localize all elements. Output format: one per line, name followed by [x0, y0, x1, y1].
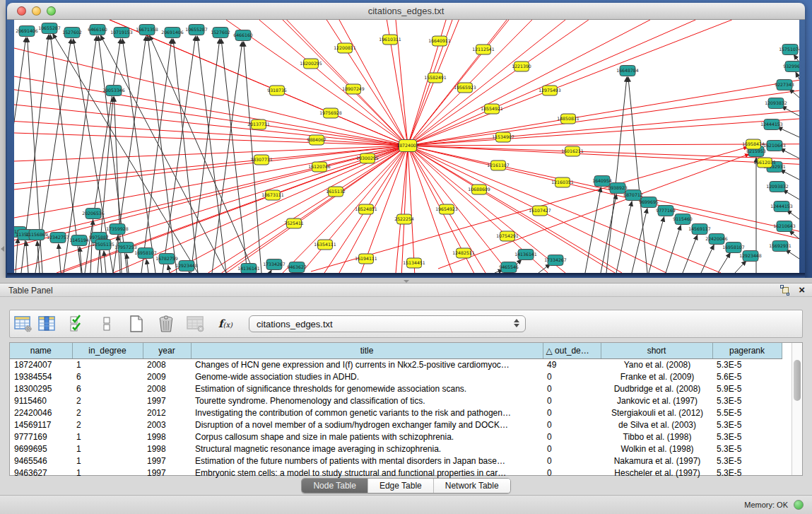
- table-row[interactable]: 911546021997Tourette syndrome. Phenomeno…: [10, 395, 782, 407]
- float-panel-icon[interactable]: [780, 285, 790, 295]
- collapse-arrow-icon[interactable]: [1, 246, 4, 252]
- network-node-teal[interactable]: 12342757: [47, 233, 69, 243]
- network-node-yellow[interactable]: 18200295: [300, 59, 322, 69]
- network-node-teal[interactable]: 15692931: [769, 241, 792, 252]
- delete-column-button[interactable]: [155, 313, 177, 334]
- network-node-hub[interactable]: 18724007: [396, 140, 419, 152]
- network-node-yellow[interactable]: 12975493: [539, 86, 561, 95]
- network-node-yellow[interactable]: 9884067: [307, 135, 326, 145]
- network-node-teal[interactable]: 9227343: [775, 80, 794, 90]
- network-node-yellow[interactable]: 10754291: [496, 231, 519, 241]
- network-node-teal[interactable]: 6466160: [88, 25, 107, 35]
- network-node-yellow[interactable]: 16640911: [428, 36, 451, 46]
- network-node-teal[interactable]: 9777169: [656, 206, 676, 216]
- close-panel-icon[interactable]: ×: [799, 285, 805, 295]
- network-node-teal[interactable]: 20691406: [16, 26, 38, 37]
- column-header-out_de[interactable]: △ out_de…: [543, 343, 601, 358]
- table-scrollbar[interactable]: [792, 343, 802, 475]
- show-columns-button[interactable]: [37, 313, 58, 334]
- network-node-teal[interactable]: 16782759: [155, 254, 178, 264]
- network-node-teal[interactable]: 14569117: [688, 224, 711, 235]
- network-node-teal[interactable]: 6466160: [233, 30, 253, 41]
- network-node-teal[interactable]: 16671358: [136, 25, 158, 35]
- column-header-pagerank[interactable]: pagerank: [712, 343, 782, 358]
- table-row[interactable]: 1456911722003Disruption of a novel membe…: [10, 419, 782, 431]
- network-node-yellow[interactable]: 16016211: [561, 146, 584, 156]
- table-row[interactable]: 969969511998Structural magnetic resonanc…: [10, 443, 782, 455]
- node-table[interactable]: namein_degreeyeartitle△ out_de…shortpage…: [9, 342, 803, 476]
- network-node-teal[interactable]: 11156869: [25, 230, 48, 240]
- network-node-teal[interactable]: 16958107: [134, 248, 157, 259]
- network-window-titlebar[interactable]: citations_edges.txt: [7, 3, 805, 20]
- table-row[interactable]: 977716911998Corpus callosum shape and si…: [10, 431, 782, 443]
- column-header-year[interactable]: year: [143, 343, 191, 358]
- network-node-teal[interactable]: 12444153: [770, 201, 793, 212]
- create-column-button[interactable]: [126, 313, 147, 334]
- network-node-yellow[interactable]: 20137731: [247, 119, 270, 129]
- network-node-teal[interactable]: 9699695: [639, 197, 659, 208]
- network-node-yellow[interactable]: 9318735: [267, 86, 287, 95]
- network-node-teal[interactable]: 16958107: [722, 243, 745, 253]
- network-node-yellow[interactable]: 7525411: [284, 218, 304, 228]
- network-node-teal[interactable]: 10655287: [38, 23, 61, 34]
- network-node-teal[interactable]: 20691406: [161, 28, 184, 38]
- network-node-teal[interactable]: 12923448: [739, 251, 762, 262]
- select-rows-button[interactable]: [66, 313, 88, 334]
- network-node-yellow[interactable]: 15134451: [403, 258, 425, 268]
- network-node-teal[interactable]: 14136141: [514, 250, 537, 260]
- network-node-teal[interactable]: 17334267: [263, 259, 286, 270]
- network-node-yellow[interactable]: 1615132: [326, 187, 346, 197]
- network-node-teal[interactable]: 1145194: [69, 235, 89, 246]
- table-row[interactable]: 1872400712008Changes of HCN gene express…: [10, 358, 782, 370]
- network-node-yellow[interactable]: 18524851: [355, 204, 377, 214]
- network-node-teal[interactable]: 20206536: [82, 209, 105, 219]
- table-scrollbar-thumb[interactable]: [794, 360, 801, 401]
- network-node-yellow[interactable]: 16354111: [314, 240, 336, 250]
- table-mode-button[interactable]: [13, 313, 34, 334]
- network-node-teal[interactable]: 12505135: [92, 240, 114, 250]
- tab-network-table[interactable]: Network Table: [434, 479, 510, 493]
- column-header-short[interactable]: short: [601, 343, 712, 358]
- network-node-teal[interactable]: 16210643: [763, 141, 786, 151]
- network-node-teal[interactable]: 16210643: [773, 221, 796, 232]
- table-selector-dropdown[interactable]: citations_edges.txt: [249, 315, 526, 332]
- network-node-teal[interactable]: 20053346: [102, 86, 125, 96]
- network-node-teal[interactable]: 17334267: [544, 255, 567, 266]
- network-node-teal[interactable]: 22420046: [705, 234, 728, 245]
- network-node-teal[interactable]: 9463627: [287, 262, 307, 273]
- network-node-teal[interactable]: 12093832: [766, 182, 789, 192]
- network-node-teal[interactable]: 12444153: [760, 119, 783, 130]
- column-header-title[interactable]: title: [191, 343, 543, 358]
- citation-graph[interactable]: 2069140610655287152760264661601071915316…: [14, 20, 799, 273]
- table-row[interactable]: 1830029562008Estimation of significance …: [10, 382, 782, 395]
- network-node-yellow[interactable]: 11534907: [492, 132, 514, 142]
- network-node-teal[interactable]: 9115460: [673, 214, 693, 225]
- network-node-yellow[interactable]: 12160351: [551, 177, 574, 187]
- network-node-teal[interactable]: 9465546: [499, 262, 519, 273]
- network-node-teal[interactable]: 14136141: [237, 264, 260, 274]
- network-canvas[interactable]: 2069140610655287152760264661601071915316…: [14, 20, 799, 273]
- network-node-teal[interactable]: 17359928: [106, 224, 129, 235]
- column-header-name[interactable]: name: [10, 343, 72, 358]
- network-node-yellow[interactable]: 19654923: [435, 204, 458, 214]
- clear-selection-button[interactable]: [96, 313, 117, 334]
- table-row[interactable]: 946362711997Embryonic stem cells: a mode…: [10, 467, 782, 479]
- network-node-teal[interactable]: 17957253: [114, 243, 137, 253]
- network-node-teal[interactable]: 12923448: [175, 261, 198, 271]
- network-node-yellow[interactable]: 12200811: [334, 43, 356, 53]
- function-builder-button[interactable]: f(x): [215, 313, 236, 334]
- network-node-yellow[interactable]: 19565923: [454, 83, 476, 93]
- network-node-yellow[interactable]: 16194111: [355, 254, 377, 264]
- network-node-teal[interactable]: 12093832: [765, 98, 787, 109]
- tab-edge-table[interactable]: Edge Table: [368, 479, 434, 493]
- network-node-yellow[interactable]: 12112541: [472, 45, 495, 54]
- table-row[interactable]: 946554611997Estimation of the future num…: [10, 455, 782, 467]
- network-node-teal[interactable]: 10655287: [185, 25, 208, 35]
- network-node-teal[interactable]: 16648784: [616, 66, 639, 76]
- network-node-teal[interactable]: 15751074: [779, 45, 799, 55]
- network-node-yellow[interactable]: 2522254: [394, 214, 414, 224]
- column-header-in_degree[interactable]: in_degree: [72, 343, 143, 358]
- network-node-yellow[interactable]: 18673111: [261, 190, 284, 200]
- table-row[interactable]: 2242004622012Investigating the contribut…: [10, 407, 782, 419]
- table-row[interactable]: 1938455462009Genome-wide association stu…: [10, 370, 782, 382]
